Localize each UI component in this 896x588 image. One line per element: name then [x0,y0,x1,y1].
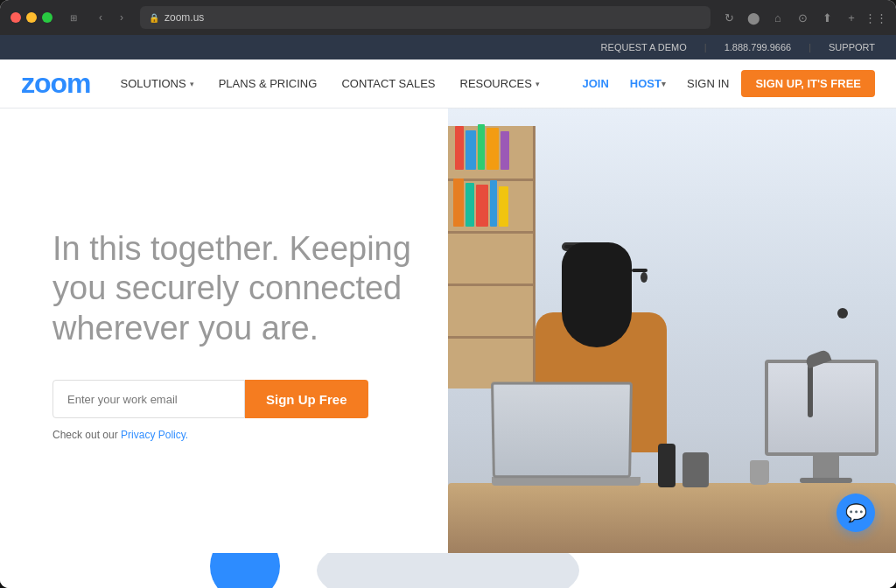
phone-device [658,444,676,487]
divider: | [704,42,707,52]
add-tab-icon[interactable]: + [842,8,861,27]
laptop-screen [491,382,633,479]
hero-form: Sign Up Free [52,380,413,418]
privacy-text: Check out our Privacy Policy. [52,429,413,441]
nav-arrows: ‹ › [91,8,131,27]
browser-window: ⊞ ‹ › 🔒 zoom.us ↻ ⬤ ⌂ ⊙ ⬆ + ⋮⋮ [0,0,896,588]
mug [750,460,769,485]
forward-button[interactable]: › [112,8,131,27]
lamp-pole [808,365,813,417]
plans-pricing-nav-link[interactable]: PLANS & PRICING [206,60,330,108]
monitor-stand [813,456,839,478]
chevron-down-icon: ▾ [536,80,540,88]
email-input[interactable] [52,380,245,418]
blue-circle-decoration [210,553,280,588]
utility-bar: REQUEST A DEMO | 1.888.799.9666 | SUPPOR… [0,35,896,60]
laptop [492,382,649,487]
address-bar[interactable]: 🔒 zoom.us [140,6,710,29]
desk [448,483,896,553]
chevron-down-icon: ▾ [662,80,666,88]
chevron-down-icon: ▾ [190,80,194,88]
back-button[interactable]: ‹ [91,8,110,27]
main-nav: zoom SOLUTIONS ▾ PLANS & PRICING CONTACT… [0,60,896,108]
maximize-button[interactable] [42,12,52,23]
close-button[interactable] [10,12,21,23]
browser-actions: ↻ ⬤ ⌂ ⊙ ⬆ + ⋮⋮ [719,8,886,27]
host-nav-link[interactable]: HOST ▾ [621,60,675,108]
sign-in-link[interactable]: SIGN IN [678,60,738,108]
monitor-screen [765,360,878,456]
browser-titlebar: ⊞ ‹ › 🔒 zoom.us ↻ ⬤ ⌂ ⊙ ⬆ + ⋮⋮ [0,0,896,35]
laptop-base [492,477,640,486]
request-demo-link[interactable]: REQUEST A DEMO [601,42,687,52]
speaker [682,452,709,487]
refresh-icon[interactable]: ↻ [719,8,738,27]
privacy-policy-link[interactable]: Privacy Policy. [121,429,188,441]
hero-left: In this together. Keeping you securely c… [0,108,448,553]
gray-oval-decoration [317,553,579,588]
signup-button[interactable]: SIGN UP, IT'S FREE [741,70,875,97]
contact-sales-nav-link[interactable]: CONTACT SALES [329,60,447,108]
support-link[interactable]: SUPPORT [829,42,875,52]
traffic-lights [10,12,52,23]
grid-view-icon[interactable]: ⋮⋮ [866,8,886,27]
shield-icon[interactable]: ⬤ [744,8,763,27]
page-content: REQUEST A DEMO | 1.888.799.9666 | SUPPOR… [0,35,896,588]
zoom-logo[interactable]: zoom [21,67,91,100]
resources-nav-link[interactable]: RESOURCES ▾ [448,60,552,108]
chat-button[interactable]: 💬 [836,494,875,532]
join-nav-link[interactable]: JOIN [574,60,618,108]
hero-section: In this together. Keeping you securely c… [0,108,896,553]
lock-icon: 🔒 [149,13,159,23]
browser-chrome: ⊞ ‹ › 🔒 zoom.us ↻ ⬤ ⌂ ⊙ ⬆ + ⋮⋮ [0,0,896,35]
hero-headline: In this together. Keeping you securely c… [52,229,413,349]
phone-link[interactable]: 1.888.799.9666 [724,42,791,52]
chat-icon: 💬 [845,502,867,523]
hero-image [448,108,896,553]
home-icon[interactable]: ⌂ [768,8,788,27]
nav-links: SOLUTIONS ▾ PLANS & PRICING CONTACT SALE… [108,60,574,108]
signup-free-button[interactable]: Sign Up Free [245,380,368,418]
page-bottom [0,553,896,588]
solutions-nav-link[interactable]: SOLUTIONS ▾ [108,60,206,108]
grid-icon[interactable]: ⊞ [65,9,82,26]
webcam [837,308,848,318]
nav-right: JOIN HOST ▾ SIGN IN SIGN UP, IT'S FREE [574,60,875,108]
downloads-icon[interactable]: ⊙ [793,8,812,27]
person-hair [562,242,632,347]
hero-photo [448,108,896,553]
window-controls: ⊞ [65,9,82,26]
url-text: zoom.us [164,11,204,24]
monitor-base [800,478,852,483]
share-icon[interactable]: ⬆ [817,8,836,27]
monitor [765,360,887,483]
minimize-button[interactable] [26,12,37,23]
divider: | [808,42,811,52]
